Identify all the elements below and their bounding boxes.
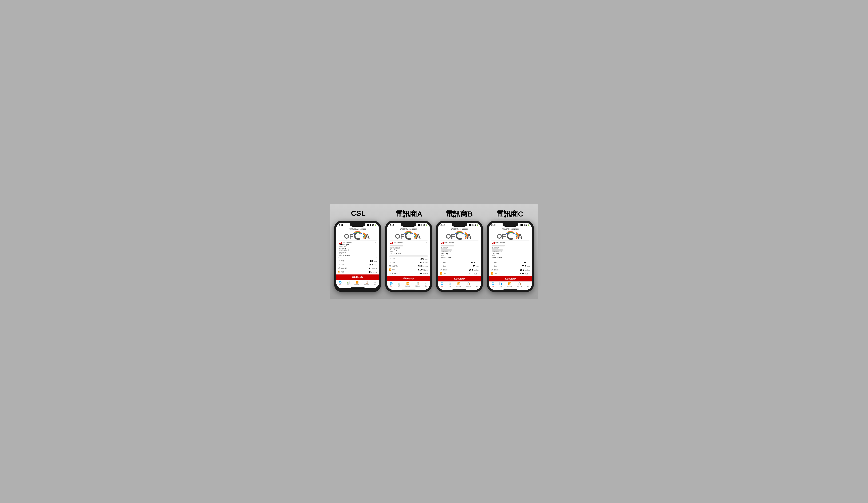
time-value: 2022-05-18 14:46 bbox=[390, 253, 401, 254]
jitter-label: 抖動 bbox=[341, 271, 344, 273]
nav-item-測試定義[interactable]: 📋 測試定義 bbox=[466, 282, 471, 287]
phone-wrapper-carrier-a: 2:49 ▋▋▋ 5G 🔋 測試編號:4722695374 OF A bbox=[384, 221, 433, 292]
service-provider-value-row: ████████ bbox=[441, 249, 478, 251]
jitter-left: 📶 抖動 bbox=[491, 272, 497, 275]
server-location-label: 測試伺服器位置 bbox=[390, 247, 400, 249]
upload-label: 上載 bbox=[443, 265, 446, 267]
nav-item-測試定義[interactable]: 📋 測試定義 bbox=[415, 282, 420, 287]
connection-section: 你的互聯網連接 ∧ ████████████ 測試伺服器位置 Hong Kong… bbox=[389, 240, 428, 256]
restart-button[interactable]: 重新開始測試 bbox=[489, 276, 532, 281]
bottom-nav: 🌐 測試 📊 結果 📶 流動數據 📋 測試定義 ··· 更多 bbox=[336, 280, 379, 287]
jitter-unit: 毫秒 ms bbox=[525, 273, 530, 275]
connection-section: 你的互聯網連接 ∧ 1010 / csl (5G) 服務供應商 CSL Mobi… bbox=[338, 240, 377, 258]
jitter-icon: 📶 bbox=[338, 271, 340, 273]
time-label: 時間 bbox=[390, 251, 393, 253]
divider-1 bbox=[389, 256, 428, 257]
nav-icon-流動數據: 📶 bbox=[406, 282, 409, 285]
upload-value-group: 70.2 Mbps bbox=[522, 265, 530, 268]
nav-icon-結果: 📊 bbox=[347, 281, 350, 284]
service-provider-label: 服務供應商 bbox=[441, 247, 448, 249]
carrier-label-carrier-c: 電訊商C bbox=[485, 209, 535, 219]
chevron-icon: ∧ bbox=[528, 242, 529, 244]
download-icon: ⬇ bbox=[491, 261, 493, 264]
nav-item-更多[interactable]: ··· 更多 bbox=[425, 282, 427, 287]
nav-item-更多[interactable]: ··· 更多 bbox=[476, 282, 478, 287]
ofca-logo: OF A bbox=[440, 231, 479, 240]
restart-button[interactable]: 重新開始測試 bbox=[336, 275, 379, 280]
nav-item-流動數據[interactable]: 📶 流動數據 bbox=[405, 282, 410, 287]
service-provider-label: 服務供應商 bbox=[339, 246, 346, 247]
status-time: 2:49 bbox=[492, 224, 496, 226]
nav-item-更多[interactable]: ··· 更多 bbox=[374, 281, 376, 286]
service-provider-row: 服務供應商 bbox=[339, 246, 376, 247]
nav-icon-測試定義: 📋 bbox=[365, 281, 368, 284]
server-location-value-row: Hong Kong bbox=[390, 249, 427, 250]
restart-button[interactable]: 重新開始測試 bbox=[438, 276, 481, 281]
nav-item-測試[interactable]: 🌐 測試 bbox=[339, 281, 342, 286]
time-label: 時間 bbox=[441, 255, 444, 256]
nav-item-流動數據[interactable]: 📶 流動數據 bbox=[354, 281, 359, 286]
nav-item-測試[interactable]: 🌐 測試 bbox=[492, 282, 494, 287]
divider-1 bbox=[440, 260, 479, 260]
nav-item-測試[interactable]: 🌐 測試 bbox=[390, 282, 393, 287]
download-value-group: 163 Mbps bbox=[522, 261, 530, 264]
upload-value: 70.2 bbox=[522, 265, 526, 267]
download-left: ⬇ 下載 bbox=[338, 260, 344, 262]
home-indicator bbox=[504, 289, 517, 290]
network-type: 5G bbox=[474, 224, 476, 226]
upload-left: ⬆ 上載 bbox=[491, 265, 497, 267]
jitter-unit: 毫秒 ms bbox=[372, 271, 377, 273]
server-location-row: 測試伺服器位置 bbox=[390, 247, 427, 249]
latency-row: ⏱ 網絡時延 30.6 毫秒 ms bbox=[440, 268, 479, 271]
nav-label-結果: 結果 bbox=[398, 285, 400, 287]
phone-wrapper-carrier-b: 2:49 ▋▋▋ 5G 🔋 測試編號:2484179269 OF A bbox=[435, 221, 484, 292]
jitter-row: 📶 抖動 3.1 毫秒 ms bbox=[338, 270, 377, 274]
download-value-group: 35.8 Mbps bbox=[471, 261, 479, 264]
nav-item-測試[interactable]: 🌐 測試 bbox=[441, 282, 443, 287]
nav-item-結果[interactable]: 📊 結果 bbox=[448, 282, 452, 287]
download-value: 163 bbox=[522, 261, 526, 264]
nav-item-結果[interactable]: 📊 結果 bbox=[397, 282, 400, 287]
nav-icon-更多: ··· bbox=[425, 282, 427, 285]
test-id: 測試編號:2484179269 bbox=[440, 228, 479, 230]
connection-label: 你的互聯網連接 bbox=[444, 242, 454, 244]
server-location-row: 測試伺服器位置 bbox=[492, 251, 529, 253]
latency-left: ⏱ 網絡時延 bbox=[491, 269, 499, 271]
download-icon: ⬇ bbox=[440, 261, 442, 264]
connection-label: 你的互聯網連接 bbox=[343, 242, 352, 244]
latency-value-group: 13.1 毫秒 ms bbox=[367, 267, 377, 270]
restart-button[interactable]: 重新開始測試 bbox=[387, 276, 430, 281]
jitter-value: 12.1 bbox=[469, 272, 473, 275]
upload-icon: ⬆ bbox=[338, 263, 340, 266]
nav-item-更多[interactable]: ··· 更多 bbox=[527, 282, 529, 287]
status-right: ▋▋▋ 5G 🔋 bbox=[520, 224, 529, 226]
chevron-icon: ∧ bbox=[477, 242, 478, 244]
service-provider-label: 服務供應商 bbox=[492, 247, 499, 249]
nav-item-測試定義[interactable]: 📋 測試定義 bbox=[364, 281, 369, 286]
jitter-left: 📶 抖動 bbox=[338, 271, 344, 273]
status-time: 2:49 bbox=[339, 224, 343, 226]
upload-left: ⬆ 上載 bbox=[389, 261, 395, 264]
jitter-unit: 毫秒 ms bbox=[474, 273, 479, 275]
download-value-group: 368 Mbps bbox=[370, 259, 378, 263]
nav-item-測試定義[interactable]: 📋 測試定義 bbox=[517, 282, 522, 287]
connection-title-row: 你的互聯網連接 bbox=[441, 242, 454, 244]
battery-icon: 🔋 bbox=[425, 224, 427, 226]
phone-wrapper-carrier-c: 2:49 ▋▋▋ 5G 🔋 測試編號:5068714208 OF A bbox=[486, 221, 535, 292]
connection-section: 你的互聯網連接 ∧ ████████████ 服務供應商 ████████ 測試… bbox=[440, 240, 479, 259]
service-provider-value-row: ████████ bbox=[492, 249, 529, 251]
nav-label-結果: 結果 bbox=[499, 286, 502, 287]
jitter-row: 📶 抖動 3.76 毫秒 ms bbox=[491, 272, 530, 275]
download-value: 35.8 bbox=[471, 261, 475, 264]
svg-text:A: A bbox=[518, 233, 523, 240]
time-value-row: 2022-05-18 14:46 bbox=[390, 253, 427, 254]
nav-icon-流動數據: 📶 bbox=[457, 282, 460, 285]
bottom-nav: 🌐 測試 📊 結果 📶 流動數據 📋 測試定義 ··· 更多 bbox=[489, 281, 532, 288]
status-right: ▋▋▋ 5G 🔋 bbox=[367, 224, 376, 226]
time-value-row: 2022-05-18 14:46 bbox=[441, 257, 478, 258]
nav-item-結果[interactable]: 📊 結果 bbox=[347, 281, 350, 286]
nav-item-結果[interactable]: 📊 結果 bbox=[499, 282, 502, 287]
download-unit: Mbps bbox=[476, 262, 479, 264]
nav-item-流動數據[interactable]: 📶 流動數據 bbox=[456, 282, 461, 287]
nav-item-流動數據[interactable]: 📶 流動數據 bbox=[507, 282, 512, 287]
